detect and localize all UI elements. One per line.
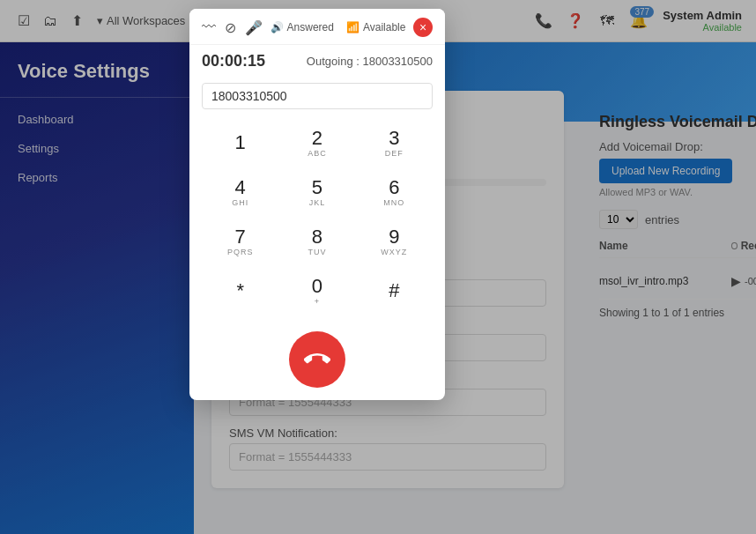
mic-off-icon[interactable]: ⊘ — [225, 19, 236, 36]
key-3[interactable]: 3 DEF — [362, 120, 426, 166]
status-available: 📶 Available — [346, 21, 405, 33]
dialer-input-wrap — [189, 78, 445, 115]
key-2-digit: 2 — [312, 128, 322, 149]
key-8-letters: TUV — [308, 248, 326, 256]
key-hash-digit: # — [389, 280, 399, 301]
key-6-digit: 6 — [389, 177, 399, 198]
call-timer: 00:00:15 — [202, 52, 265, 70]
key-2[interactable]: 2 ABC — [285, 120, 349, 166]
keypad: 1 2 ABC 3 DEF 4 GHI 5 JKL 6 MNO — [189, 115, 445, 326]
signal-icon: 📶 — [346, 21, 359, 33]
status-answered: 🔊 Answered — [271, 21, 334, 33]
wave-icon: 〰 — [202, 19, 216, 35]
dialer-header-icons: 〰 ⊘ 🎤 — [202, 19, 263, 36]
key-6-letters: MNO — [383, 198, 404, 207]
keypad-row-4: * 0 + # — [202, 268, 433, 314]
key-4-digit: 4 — [235, 177, 246, 198]
answered-label: Answered — [287, 21, 334, 33]
call-info: 00:00:15 Outgoing : 18003310500 — [189, 45, 445, 78]
key-9-digit: 9 — [389, 226, 399, 248]
close-dialer-btn[interactable]: × — [413, 18, 433, 37]
dialer-input[interactable] — [202, 83, 433, 109]
end-call-icon — [304, 346, 330, 373]
dialer-header: 〰 ⊘ 🎤 🔊 Answered 📶 Available × — [189, 9, 445, 45]
keypad-row-3: 7 PQRS 8 TUV 9 WXYZ — [202, 219, 433, 264]
key-8-digit: 8 — [312, 226, 322, 248]
key-7-letters: PQRS — [227, 248, 254, 256]
end-call-btn[interactable] — [289, 331, 345, 388]
key-6[interactable]: 6 MNO — [362, 169, 426, 215]
key-star-digit: * — [236, 280, 244, 301]
available-label: Available — [363, 21, 405, 33]
mic-icon[interactable]: 🎤 — [245, 19, 263, 36]
key-4-letters: GHI — [232, 198, 248, 207]
key-0-digit: 0 — [312, 276, 322, 297]
key-hash[interactable]: # — [362, 268, 426, 314]
key-9-letters: WXYZ — [381, 248, 407, 256]
key-5[interactable]: 5 JKL — [285, 169, 349, 215]
dialer-status: 🔊 Answered 📶 Available — [271, 21, 406, 33]
key-0[interactable]: 0 + — [285, 268, 349, 314]
key-1[interactable]: 1 — [209, 120, 272, 166]
keypad-row-2: 4 GHI 5 JKL 6 MNO — [202, 169, 433, 215]
key-9[interactable]: 9 WXYZ — [362, 219, 426, 264]
end-call-row — [189, 326, 445, 400]
key-1-digit: 1 — [235, 132, 246, 153]
key-5-letters: JKL — [309, 198, 326, 207]
key-star[interactable]: * — [209, 268, 272, 314]
volume-status-icon: 🔊 — [271, 21, 284, 33]
key-7[interactable]: 7 PQRS — [209, 219, 272, 264]
call-direction: Outgoing : 18003310500 — [307, 55, 433, 68]
dialer-modal: 〰 ⊘ 🎤 🔊 Answered 📶 Available × 00:00:15 … — [189, 9, 445, 400]
keypad-row-1: 1 2 ABC 3 DEF — [202, 120, 433, 166]
key-3-letters: DEF — [385, 149, 404, 158]
key-8[interactable]: 8 TUV — [285, 219, 349, 264]
key-2-letters: ABC — [308, 149, 327, 158]
key-0-letters: + — [315, 297, 320, 306]
key-5-digit: 5 — [312, 177, 322, 198]
key-7-digit: 7 — [235, 226, 246, 248]
key-3-digit: 3 — [389, 128, 399, 149]
key-4[interactable]: 4 GHI — [209, 169, 272, 215]
